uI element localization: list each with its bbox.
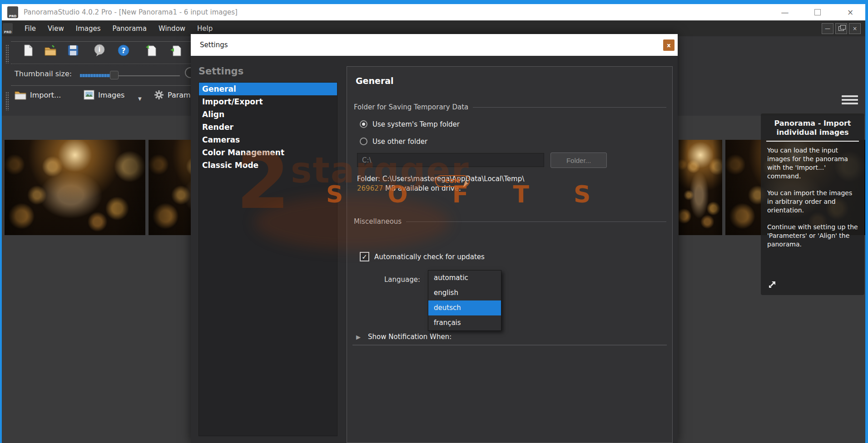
settings-sidebar-title: Settings [198, 66, 243, 77]
mdi-window-controls: — × [822, 23, 861, 34]
app-icon: PRO [7, 6, 18, 18]
info-button[interactable]: i [93, 44, 106, 57]
temp-folder-path-text: Folder: C:\Users\masterega\AppData\Local… [357, 175, 524, 183]
temp-folder-group: Folder for Saving Temporary Data [354, 103, 666, 111]
svg-text:i: i [99, 46, 101, 53]
document-icon: PRO [3, 23, 13, 34]
folder-path-input[interactable] [357, 153, 544, 167]
divider [406, 222, 666, 222]
nav-item-render[interactable]: Render [199, 121, 337, 133]
hamburger-bar [842, 95, 858, 97]
help-paragraph: You can load the input images for the pa… [767, 146, 858, 181]
nav-item-classic-mode[interactable]: Classic Mode [199, 159, 337, 172]
thumbnail-size-label: Thumbnail size: [15, 69, 72, 78]
radio-system-temp-folder[interactable] [360, 120, 367, 128]
input-image-thumbnail[interactable] [5, 140, 145, 235]
tab-import[interactable]: Import... [15, 90, 61, 100]
language-label: Language: [384, 276, 420, 284]
restore-icon [838, 26, 844, 31]
dialog-body: Settings General Import/Export Align Ren… [191, 56, 678, 443]
help-button[interactable]: ? [117, 44, 130, 57]
minimize-button[interactable]: — [778, 8, 792, 17]
dialog-title-bar: Settings x [191, 34, 678, 56]
disk-space-suffix: MB available on drive. [383, 184, 461, 192]
menu-panorama[interactable]: Panorama [113, 25, 147, 33]
menu-images[interactable]: Images [76, 25, 101, 33]
tab-images[interactable]: Images [84, 90, 124, 100]
help-paragraph: You can import the images in arbitrary o… [767, 189, 858, 215]
toolbar-grip-handle[interactable] [5, 92, 9, 111]
close-button[interactable]: × [843, 8, 857, 17]
nav-item-align[interactable]: Align [199, 108, 337, 121]
tab-parameters[interactable]: Param [154, 90, 191, 100]
window-controls: — × [778, 8, 857, 17]
menu-view[interactable]: View [48, 25, 64, 33]
auto-update-checkbox-label: Automatically check for updates [374, 253, 485, 261]
mdi-restore-button[interactable] [835, 23, 847, 34]
nav-item-general[interactable]: General [199, 83, 337, 95]
language-option-automatic[interactable]: automatic [428, 271, 501, 285]
open-project-button[interactable] [44, 44, 57, 57]
import-button[interactable] [169, 44, 183, 57]
export-button[interactable] [144, 44, 158, 57]
toolbar-grip-handle[interactable] [5, 44, 9, 64]
language-option-francais[interactable]: français [428, 315, 501, 330]
window-accent-border-top [0, 0, 868, 4]
divider [352, 345, 667, 345]
disk-space-value: 269627 [357, 184, 383, 192]
miscellaneous-group: Miscellaneous [354, 217, 666, 226]
images-icon [84, 90, 94, 100]
language-dropdown-list: automatic english deutsch français [428, 270, 501, 331]
help-panel: Panorama - Import individual images You … [761, 113, 864, 295]
input-image-thumbnail[interactable] [679, 140, 722, 235]
language-option-deutsch[interactable]: deutsch [428, 300, 501, 315]
menu-help[interactable]: Help [197, 25, 213, 33]
nav-item-cameras[interactable]: Cameras [199, 133, 337, 146]
radio-other-folder-label: Use other folder [372, 138, 427, 146]
hamburger-bar [842, 99, 858, 101]
dialog-close-button[interactable]: x [663, 39, 675, 51]
dialog-title: Settings [200, 41, 228, 49]
radio-other-folder[interactable] [360, 138, 367, 145]
nav-item-color-management[interactable]: Color Management [199, 146, 337, 159]
help-panel-title: Panorama - Import individual images [765, 119, 860, 137]
auto-update-checkbox[interactable]: ✓ [360, 252, 369, 261]
mdi-close-button[interactable]: × [849, 23, 861, 34]
settings-content-panel: General Folder for Saving Temporary Data… [347, 66, 673, 443]
thumbnail-size-slider-fill [80, 74, 111, 77]
app-window: PRO PanoramaStudio 4.0.2 Pro - [New Pano… [0, 0, 868, 443]
notification-expander-label: Show Notification When: [368, 333, 451, 341]
chevron-down-icon[interactable]: ▼ [138, 96, 142, 101]
tab-images-label: Images [98, 91, 124, 99]
gear-icon [154, 90, 164, 100]
hamburger-bar [842, 103, 858, 104]
radio-system-temp-folder-label: Use system's Temp folder [372, 120, 460, 128]
window-accent-border-right [865, 4, 868, 443]
notification-expander-icon[interactable]: ▶ [356, 334, 361, 340]
maximize-icon [814, 9, 821, 15]
settings-dialog: Settings x Settings General Import/Expor… [191, 34, 678, 443]
mdi-minimize-button[interactable]: — [822, 23, 833, 34]
temp-folder-group-label: Folder for Saving Temporary Data [354, 103, 468, 111]
svg-text:?: ? [121, 46, 125, 55]
divider [766, 141, 859, 142]
settings-nav-list: General Import/Export Align Render Camer… [198, 82, 337, 436]
title-bar: PRO PanoramaStudio 4.0.2 Pro - [New Pano… [2, 4, 865, 20]
tab-import-label: Import... [30, 91, 61, 99]
language-option-english[interactable]: english [428, 285, 501, 300]
folder-icon [15, 90, 26, 100]
maximize-button[interactable] [811, 9, 824, 15]
save-button[interactable] [66, 44, 80, 57]
menu-window[interactable]: Window [159, 25, 185, 33]
panel-menu-button[interactable] [842, 95, 858, 107]
menu-file[interactable]: File [25, 25, 36, 33]
expand-corner-icon[interactable] [767, 280, 777, 290]
thumbnail-size-slider-handle[interactable] [110, 71, 119, 79]
general-heading: General [356, 76, 394, 86]
folder-browse-button[interactable]: Folder... [551, 153, 607, 168]
divider [473, 107, 666, 108]
tab-parameters-label: Param [168, 91, 191, 99]
help-paragraph: Continue with setting up the 'Parameters… [767, 223, 858, 249]
new-project-button[interactable] [21, 44, 35, 57]
nav-item-import-export[interactable]: Import/Export [199, 95, 337, 108]
